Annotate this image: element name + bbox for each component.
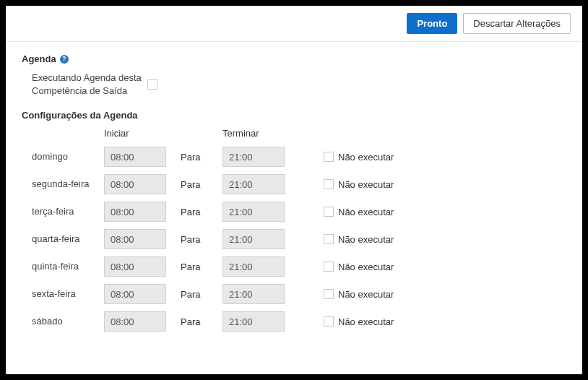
- end-time-input[interactable]: [222, 256, 285, 277]
- header-end: Terminar: [222, 128, 259, 139]
- config-section-title: Configurações da Agenda: [22, 110, 566, 121]
- start-time-input[interactable]: [104, 229, 166, 249]
- top-toolbar: Pronto Descartar Alterações: [6, 6, 582, 42]
- day-label: sexta-feira: [32, 288, 104, 300]
- start-time-input[interactable]: [104, 147, 166, 167]
- para-label: Para: [176, 152, 222, 163]
- no-run-checkbox[interactable]: [324, 316, 334, 327]
- day-label: domingo: [32, 151, 104, 163]
- para-label: Para: [176, 207, 222, 217]
- schedule-row: sexta-feiraParaNão executar: [32, 280, 566, 308]
- done-button[interactable]: Pronto: [407, 13, 457, 34]
- end-time-input[interactable]: [222, 284, 285, 304]
- header-start: Iniciar: [104, 128, 129, 139]
- no-run-label: Não executar: [338, 207, 394, 217]
- schedule-row: domingoParaNão executar: [32, 143, 566, 170]
- schedule-row: sábadoParaNão executar: [32, 308, 566, 335]
- no-run-label: Não executar: [338, 152, 394, 163]
- end-time-input[interactable]: [222, 202, 285, 222]
- no-run-checkbox[interactable]: [324, 262, 334, 272]
- para-label: Para: [176, 316, 222, 327]
- para-label: Para: [176, 262, 222, 272]
- end-time-input[interactable]: [222, 229, 285, 249]
- no-run-label: Não executar: [338, 262, 394, 272]
- no-run-checkbox[interactable]: [324, 289, 334, 299]
- end-time-input[interactable]: [222, 311, 285, 332]
- end-time-input[interactable]: [222, 147, 285, 167]
- no-run-label: Não executar: [338, 234, 394, 245]
- start-time-input[interactable]: [104, 256, 166, 277]
- day-label: quinta-feira: [32, 261, 104, 272]
- day-label: segunda-feira: [32, 178, 104, 190]
- para-label: Para: [176, 234, 222, 245]
- discard-button[interactable]: Descartar Alterações: [463, 13, 571, 34]
- no-run-checkbox[interactable]: [324, 179, 334, 189]
- para-label: Para: [176, 289, 222, 300]
- day-label: terça-feira: [32, 206, 104, 217]
- day-label: sábado: [32, 316, 104, 327]
- para-label: Para: [176, 179, 222, 190]
- start-time-input[interactable]: [104, 202, 166, 222]
- start-time-input[interactable]: [104, 174, 166, 194]
- schedule-row: quarta-feiraParaNão executar: [32, 225, 566, 253]
- start-time-input[interactable]: [104, 284, 166, 304]
- no-run-label: Não executar: [338, 316, 394, 327]
- end-time-input[interactable]: [222, 174, 285, 194]
- help-icon[interactable]: ?: [60, 55, 69, 64]
- day-label: quarta-feira: [32, 233, 104, 245]
- schedule-row: quinta-feiraParaNão executar: [32, 253, 566, 280]
- no-run-checkbox[interactable]: [324, 207, 334, 217]
- no-run-label: Não executar: [338, 289, 394, 300]
- schedule-row: segunda-feiraParaNão executar: [32, 170, 566, 198]
- exec-agenda-checkbox[interactable]: [147, 79, 157, 90]
- no-run-checkbox[interactable]: [324, 234, 334, 244]
- agenda-section-title: Agenda ?: [22, 53, 566, 64]
- no-run-label: Não executar: [338, 179, 394, 190]
- agenda-title-text: Agenda: [22, 53, 56, 64]
- start-time-input[interactable]: [104, 311, 166, 332]
- no-run-checkbox[interactable]: [324, 152, 334, 162]
- exec-agenda-label: Executando Agenda desta Competência de S…: [32, 72, 147, 97]
- schedule-row: terça-feiraParaNão executar: [32, 198, 566, 225]
